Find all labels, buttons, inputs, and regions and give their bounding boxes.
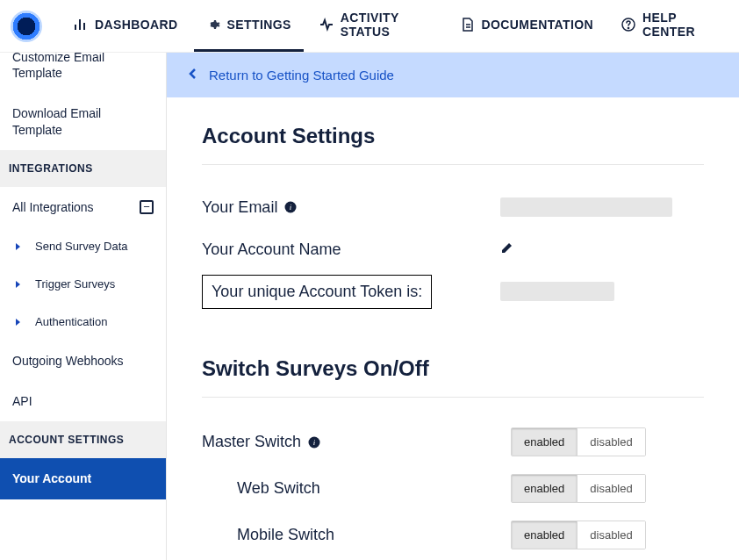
- mobile-switch-toggle[interactable]: enabled disabled: [511, 521, 646, 549]
- nav-label: DOCUMENTATION: [482, 18, 594, 32]
- sidebar-sub-send-survey[interactable]: Send Survey Data: [0, 227, 166, 265]
- nav-label: ACTIVITY STATUS: [341, 11, 433, 39]
- svg-point-1: [628, 27, 628, 28]
- master-switch-toggle[interactable]: enabled disabled: [511, 427, 646, 456]
- toggle-disabled[interactable]: disabled: [578, 428, 644, 456]
- chevron-left-icon: [188, 67, 198, 83]
- toggle-disabled[interactable]: disabled: [578, 475, 644, 502]
- toggle-disabled[interactable]: disabled: [578, 521, 644, 549]
- info-icon[interactable]: i: [308, 436, 320, 449]
- app-logo: [11, 11, 42, 42]
- edit-icon[interactable]: [500, 241, 514, 258]
- web-switch-toggle[interactable]: enabled disabled: [511, 474, 646, 503]
- sidebar-item-label: All Integrations: [12, 199, 94, 215]
- token-value-mask: [500, 282, 614, 301]
- sidebar-item-your-account[interactable]: Your Account: [0, 458, 166, 499]
- main-content: Return to Getting Started Guide Account …: [167, 53, 739, 560]
- pulse-icon: [319, 18, 334, 32]
- sidebar-header-integrations: INTEGRATIONS: [0, 150, 166, 187]
- nav-help-center[interactable]: HELP CENTER: [609, 0, 728, 59]
- collapse-icon[interactable]: −: [140, 200, 154, 214]
- email-label: Your Email: [202, 198, 277, 217]
- settings-sidebar: Customize Email Template Download Email …: [0, 53, 167, 560]
- sidebar-item-download-email[interactable]: Download Email Template: [0, 93, 166, 149]
- sidebar-item-api[interactable]: API: [0, 381, 166, 421]
- toggle-enabled[interactable]: enabled: [512, 475, 578, 502]
- account-settings-heading: Account Settings: [202, 124, 704, 148]
- document-icon: [461, 18, 475, 32]
- sidebar-item-customize-email[interactable]: Customize Email Template: [0, 53, 166, 93]
- nav-label: DASHBOARD: [95, 18, 178, 32]
- email-value-mask: [500, 197, 672, 217]
- sidebar-header-account: ACCOUNT SETTINGS: [0, 421, 166, 458]
- toggle-enabled[interactable]: enabled: [512, 521, 578, 549]
- switches-heading: Switch Surveys On/Off: [202, 356, 704, 381]
- help-icon: [621, 18, 635, 32]
- nav-dashboard[interactable]: DASHBOARD: [61, 0, 190, 52]
- nav-settings[interactable]: SETTINGS: [194, 0, 304, 52]
- top-navigation: DASHBOARD SETTINGS ACTIVITY STATUS DOCUM…: [0, 0, 739, 53]
- web-switch-label: Web Switch: [237, 479, 320, 498]
- master-switch-label: Master Switch: [202, 433, 301, 451]
- toggle-enabled[interactable]: enabled: [512, 428, 578, 456]
- nav-activity-status[interactable]: ACTIVITY STATUS: [307, 0, 445, 59]
- account-name-label: Your Account Name: [202, 241, 341, 259]
- bar-chart-icon: [74, 18, 88, 32]
- sidebar-sub-trigger-surveys[interactable]: Trigger Surveys: [0, 265, 166, 303]
- nav-label: SETTINGS: [227, 18, 291, 32]
- return-banner[interactable]: Return to Getting Started Guide: [167, 53, 739, 97]
- nav-label: HELP CENTER: [642, 11, 716, 39]
- account-token-label: Your unique Account Token is:: [212, 283, 422, 301]
- sidebar-sub-authentication[interactable]: Authentication: [0, 303, 166, 341]
- nav-documentation[interactable]: DOCUMENTATION: [448, 0, 606, 52]
- sidebar-item-all-integrations[interactable]: All Integrations −: [0, 187, 166, 227]
- mobile-switch-label: Mobile Switch: [237, 526, 334, 544]
- gear-icon: [206, 18, 220, 32]
- sidebar-item-webhooks[interactable]: Outgoing Webhooks: [0, 341, 166, 381]
- account-token-label-box: Your unique Account Token is:: [202, 275, 432, 309]
- info-icon[interactable]: i: [284, 201, 297, 213]
- return-banner-label: Return to Getting Started Guide: [209, 68, 394, 83]
